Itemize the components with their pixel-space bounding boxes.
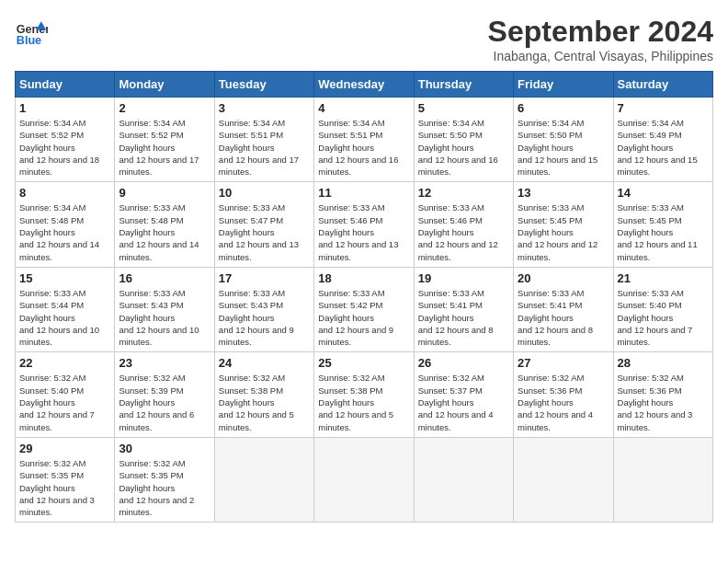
calendar-cell: 16 Sunrise: 5:33 AM Sunset: 5:43 PM Dayl… — [115, 267, 214, 351]
svg-text:Blue: Blue — [17, 34, 41, 47]
month-title: September 2024 — [488, 15, 713, 49]
day-info: Sunrise: 5:32 AM Sunset: 5:40 PM Dayligh… — [19, 372, 110, 432]
col-monday: Monday — [115, 72, 214, 98]
day-info: Sunrise: 5:34 AM Sunset: 5:50 PM Dayligh… — [418, 117, 509, 178]
day-info: Sunrise: 5:33 AM Sunset: 5:41 PM Dayligh… — [418, 287, 509, 348]
page-header: General Blue September 2024 Inabanga, Ce… — [15, 15, 713, 63]
calendar-cell: 26 Sunrise: 5:32 AM Sunset: 5:37 PM Dayl… — [414, 352, 513, 437]
calendar-cell: 5 Sunrise: 5:34 AM Sunset: 5:50 PM Dayli… — [414, 98, 513, 182]
calendar-cell: 17 Sunrise: 5:33 AM Sunset: 5:43 PM Dayl… — [214, 267, 313, 351]
day-info: Sunrise: 5:33 AM Sunset: 5:48 PM Dayligh… — [119, 201, 210, 262]
title-area: September 2024 Inabanga, Central Visayas… — [488, 15, 713, 63]
calendar-cell: 25 Sunrise: 5:32 AM Sunset: 5:38 PM Dayl… — [314, 352, 414, 437]
day-number: 14 — [618, 186, 709, 200]
day-number: 26 — [418, 356, 509, 370]
calendar-cell: 20 Sunrise: 5:33 AM Sunset: 5:41 PM Dayl… — [514, 267, 613, 351]
calendar-cell: 23 Sunrise: 5:32 AM Sunset: 5:39 PM Dayl… — [115, 352, 214, 437]
calendar-cell: 9 Sunrise: 5:33 AM Sunset: 5:48 PM Dayli… — [115, 182, 214, 267]
day-number: 13 — [518, 186, 609, 200]
day-info: Sunrise: 5:33 AM Sunset: 5:46 PM Dayligh… — [318, 201, 409, 262]
calendar-cell — [214, 437, 313, 522]
day-number: 23 — [119, 356, 210, 370]
day-number: 8 — [19, 186, 110, 200]
day-number: 5 — [418, 101, 509, 115]
day-number: 21 — [618, 271, 709, 285]
calendar-cell — [613, 437, 712, 522]
day-number: 30 — [119, 442, 210, 455]
day-number: 16 — [119, 271, 210, 285]
day-number: 3 — [219, 101, 310, 115]
day-number: 27 — [518, 356, 609, 370]
day-number: 20 — [518, 271, 609, 285]
calendar-cell: 6 Sunrise: 5:34 AM Sunset: 5:50 PM Dayli… — [514, 98, 613, 182]
calendar-cell: 19 Sunrise: 5:33 AM Sunset: 5:41 PM Dayl… — [414, 267, 513, 351]
calendar-cell: 27 Sunrise: 5:32 AM Sunset: 5:36 PM Dayl… — [514, 352, 613, 437]
calendar-table: Sunday Monday Tuesday Wednesday Thursday… — [15, 71, 713, 523]
day-number: 28 — [618, 356, 709, 370]
day-info: Sunrise: 5:34 AM Sunset: 5:49 PM Dayligh… — [618, 117, 709, 178]
day-info: Sunrise: 5:34 AM Sunset: 5:48 PM Dayligh… — [19, 201, 110, 262]
calendar-row: 8 Sunrise: 5:34 AM Sunset: 5:48 PM Dayli… — [16, 182, 713, 267]
day-info: Sunrise: 5:34 AM Sunset: 5:50 PM Dayligh… — [518, 117, 609, 178]
calendar-cell: 21 Sunrise: 5:33 AM Sunset: 5:40 PM Dayl… — [613, 267, 712, 351]
calendar-row: 22 Sunrise: 5:32 AM Sunset: 5:40 PM Dayl… — [16, 352, 713, 437]
day-number: 2 — [119, 101, 210, 115]
calendar-cell: 10 Sunrise: 5:33 AM Sunset: 5:47 PM Dayl… — [214, 182, 313, 267]
logo-icon: General Blue — [15, 15, 48, 48]
col-wednesday: Wednesday — [314, 72, 414, 98]
day-info: Sunrise: 5:33 AM Sunset: 5:47 PM Dayligh… — [219, 201, 310, 262]
col-friday: Friday — [514, 72, 613, 98]
calendar-cell: 13 Sunrise: 5:33 AM Sunset: 5:45 PM Dayl… — [514, 182, 613, 267]
calendar-cell: 30 Sunrise: 5:32 AM Sunset: 5:35 PM Dayl… — [115, 437, 214, 522]
day-number: 15 — [19, 271, 110, 285]
day-number: 12 — [418, 186, 509, 200]
calendar-cell: 14 Sunrise: 5:33 AM Sunset: 5:45 PM Dayl… — [613, 182, 712, 267]
day-info: Sunrise: 5:32 AM Sunset: 5:35 PM Dayligh… — [19, 457, 110, 518]
day-info: Sunrise: 5:32 AM Sunset: 5:36 PM Dayligh… — [518, 372, 609, 432]
col-thursday: Thursday — [414, 72, 513, 98]
calendar-cell: 12 Sunrise: 5:33 AM Sunset: 5:46 PM Dayl… — [414, 182, 513, 267]
weekday-header-row: Sunday Monday Tuesday Wednesday Thursday… — [16, 72, 713, 98]
day-info: Sunrise: 5:33 AM Sunset: 5:43 PM Dayligh… — [119, 287, 210, 348]
calendar-cell: 4 Sunrise: 5:34 AM Sunset: 5:51 PM Dayli… — [314, 98, 414, 182]
calendar-row: 29 Sunrise: 5:32 AM Sunset: 5:35 PM Dayl… — [16, 437, 713, 522]
calendar-cell: 24 Sunrise: 5:32 AM Sunset: 5:38 PM Dayl… — [214, 352, 313, 437]
calendar-cell: 1 Sunrise: 5:34 AM Sunset: 5:52 PM Dayli… — [16, 98, 115, 182]
day-number: 9 — [119, 186, 210, 200]
col-saturday: Saturday — [613, 72, 712, 98]
day-info: Sunrise: 5:34 AM Sunset: 5:52 PM Dayligh… — [19, 117, 110, 178]
day-info: Sunrise: 5:32 AM Sunset: 5:39 PM Dayligh… — [119, 372, 210, 432]
day-info: Sunrise: 5:34 AM Sunset: 5:51 PM Dayligh… — [219, 117, 310, 178]
calendar-cell: 29 Sunrise: 5:32 AM Sunset: 5:35 PM Dayl… — [16, 437, 115, 522]
day-info: Sunrise: 5:33 AM Sunset: 5:44 PM Dayligh… — [19, 287, 110, 348]
day-number: 19 — [418, 271, 509, 285]
col-sunday: Sunday — [16, 72, 115, 98]
calendar-row: 15 Sunrise: 5:33 AM Sunset: 5:44 PM Dayl… — [16, 267, 713, 351]
calendar-cell — [514, 437, 613, 522]
day-info: Sunrise: 5:33 AM Sunset: 5:46 PM Dayligh… — [418, 201, 509, 262]
day-number: 29 — [19, 442, 110, 455]
day-number: 17 — [219, 271, 310, 285]
day-number: 11 — [318, 186, 409, 200]
day-number: 22 — [19, 356, 110, 370]
location: Inabanga, Central Visayas, Philippines — [488, 49, 713, 63]
day-info: Sunrise: 5:33 AM Sunset: 5:41 PM Dayligh… — [518, 287, 609, 348]
day-info: Sunrise: 5:32 AM Sunset: 5:35 PM Dayligh… — [119, 457, 210, 518]
day-info: Sunrise: 5:33 AM Sunset: 5:40 PM Dayligh… — [618, 287, 709, 348]
logo: General Blue — [15, 15, 48, 48]
calendar-cell: 22 Sunrise: 5:32 AM Sunset: 5:40 PM Dayl… — [16, 352, 115, 437]
calendar-row: 1 Sunrise: 5:34 AM Sunset: 5:52 PM Dayli… — [16, 98, 713, 182]
calendar-cell: 11 Sunrise: 5:33 AM Sunset: 5:46 PM Dayl… — [314, 182, 414, 267]
col-tuesday: Tuesday — [214, 72, 313, 98]
calendar-cell — [314, 437, 414, 522]
day-number: 10 — [219, 186, 310, 200]
day-number: 6 — [518, 101, 609, 115]
day-info: Sunrise: 5:32 AM Sunset: 5:37 PM Dayligh… — [418, 372, 509, 432]
calendar-cell: 3 Sunrise: 5:34 AM Sunset: 5:51 PM Dayli… — [214, 98, 313, 182]
day-number: 24 — [219, 356, 310, 370]
calendar-cell: 28 Sunrise: 5:32 AM Sunset: 5:36 PM Dayl… — [613, 352, 712, 437]
calendar-cell: 2 Sunrise: 5:34 AM Sunset: 5:52 PM Dayli… — [115, 98, 214, 182]
day-number: 25 — [318, 356, 409, 370]
calendar-cell: 7 Sunrise: 5:34 AM Sunset: 5:49 PM Dayli… — [613, 98, 712, 182]
day-info: Sunrise: 5:33 AM Sunset: 5:43 PM Dayligh… — [219, 287, 310, 348]
